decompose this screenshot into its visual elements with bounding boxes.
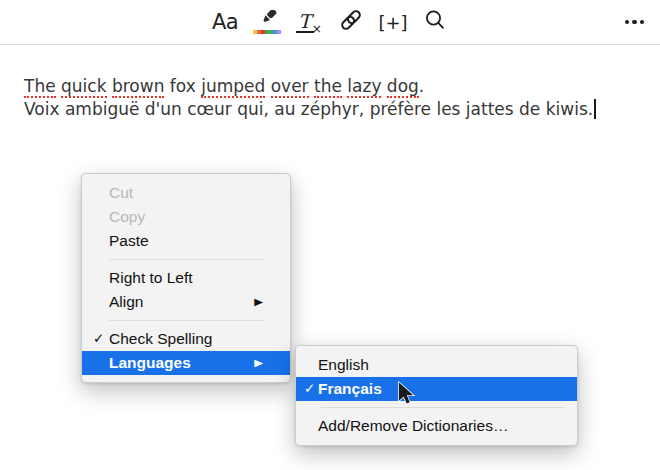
misspelled-word: quick: [61, 76, 106, 98]
misspelled-word: jumped: [201, 76, 265, 98]
clear-formatting-icon: T×: [296, 12, 322, 33]
menu-item-label: Paste: [109, 233, 290, 249]
languages-submenu: English✓FrançaisAdd/Remove Dictionaries…: [295, 345, 578, 446]
link-icon: [338, 7, 364, 37]
menu-item-cut: Cut: [82, 181, 290, 205]
menu-item-add-remove-dictionaries[interactable]: Add/Remove Dictionaries…: [296, 414, 577, 438]
menu-item-copy: Copy: [82, 205, 290, 229]
misspelled-word: brown: [112, 76, 165, 98]
more-dot: [625, 20, 630, 25]
menu-item-label: Add/Remove Dictionaries…: [318, 418, 577, 434]
menu-item-right-to-left[interactable]: Right to Left: [82, 266, 290, 290]
highlighter-color-stripe: [253, 30, 281, 34]
toolbar: Aa T× [+]: [0, 0, 660, 45]
more-dot: [640, 20, 645, 25]
context-menu: CutCopyPasteRight to LeftAlign▶✓Check Sp…: [81, 173, 291, 383]
menu-item-francais[interactable]: ✓Français: [296, 377, 577, 401]
menu-separator: [109, 259, 263, 260]
text-caret: [594, 99, 596, 119]
search-icon: [423, 8, 447, 36]
highlighter-button[interactable]: [250, 5, 284, 39]
search-button[interactable]: [418, 5, 452, 39]
editor-area[interactable]: The quick brown fox jumped over the lazy…: [0, 45, 660, 121]
menu-item-languages[interactable]: Languages▶: [82, 351, 290, 375]
menu-item-label: English: [318, 357, 577, 373]
menu-separator: [321, 407, 564, 408]
checkmark-icon: ✓: [296, 382, 318, 396]
mouse-cursor-icon: [396, 381, 415, 411]
menu-item-label: Right to Left: [109, 270, 290, 286]
misspelled-word: over: [271, 76, 309, 98]
misspelled-word: lazy: [347, 76, 381, 98]
marker-color-swatch: [277, 30, 281, 34]
menu-item-label: Cut: [109, 185, 290, 201]
checkmark-icon: ✓: [82, 332, 109, 346]
menu-item-english[interactable]: English: [296, 353, 577, 377]
menu-item-label: Check Spelling: [109, 331, 290, 347]
word: .: [419, 76, 424, 96]
misspelled-word: dog: [387, 76, 419, 98]
misspelled-word: the: [314, 76, 342, 98]
menu-separator: [109, 320, 263, 321]
menu-item-paste[interactable]: Paste: [82, 229, 290, 253]
typography-button[interactable]: Aa: [208, 5, 242, 39]
menu-item-label: Français: [318, 381, 577, 397]
menu-item-align[interactable]: Align▶: [82, 290, 290, 314]
menu-item-label: Copy: [109, 209, 290, 225]
highlighter-icon: [253, 10, 281, 34]
paragraph-french: Voix ambiguë d'un cœur qui, au zéphyr, p…: [24, 98, 636, 121]
insert-button[interactable]: [+]: [376, 5, 410, 39]
word: fox: [170, 76, 196, 96]
menu-item-check-spelling[interactable]: ✓Check Spelling: [82, 327, 290, 351]
more-dot: [632, 20, 637, 25]
french-text: Voix ambiguë d'un cœur qui, au zéphyr, p…: [24, 99, 593, 119]
clear-formatting-button[interactable]: T×: [292, 5, 326, 39]
paragraph-english: The quick brown fox jumped over the lazy…: [24, 75, 636, 98]
submenu-arrow-icon: ▶: [254, 358, 263, 368]
submenu-arrow-icon: ▶: [254, 297, 263, 307]
misspelled-word: The: [24, 76, 56, 98]
more-options-button[interactable]: [625, 5, 645, 39]
link-button[interactable]: [334, 5, 368, 39]
